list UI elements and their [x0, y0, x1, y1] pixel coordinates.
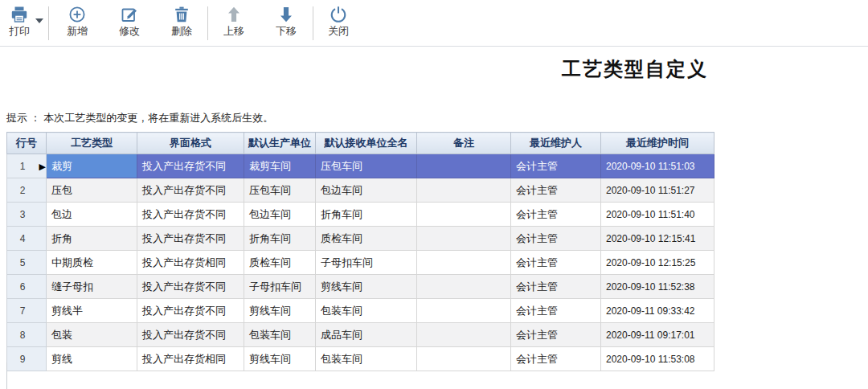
row-number-cell[interactable]: 1▶	[7, 154, 47, 178]
cell-maintainer[interactable]: 会计主管	[511, 275, 601, 299]
cell-default-prod-unit[interactable]: 裁剪车间	[244, 154, 316, 178]
cell-maintained-at[interactable]: 2020-09-10 11:52:38	[601, 275, 714, 299]
cell-maintained-at[interactable]: 2020-09-10 11:51:03	[601, 154, 714, 178]
column-header-remark[interactable]: 备注	[417, 133, 511, 154]
row-number-cell[interactable]: 2	[7, 178, 47, 203]
cell-process-type[interactable]: 剪线	[47, 347, 137, 371]
cell-ui-format[interactable]: 投入产出存货相同	[137, 347, 244, 371]
row-number-cell[interactable]: 9	[7, 347, 47, 371]
column-header-maintained-at[interactable]: 最近维护时间	[601, 133, 714, 154]
print-button[interactable]: 打印	[2, 3, 37, 43]
cell-ui-format[interactable]: 投入产出存货相同	[137, 251, 244, 275]
cell-process-type[interactable]: 折角	[47, 227, 137, 251]
cell-maintained-at[interactable]: 2020-09-10 12:15:41	[601, 227, 714, 251]
column-header-process-type[interactable]: 工艺类型	[47, 133, 137, 154]
cell-default-prod-unit[interactable]: 剪线车间	[244, 347, 316, 371]
column-header-ui-format[interactable]: 界面格式	[137, 133, 244, 154]
add-button[interactable]: 新增	[55, 3, 100, 43]
cell-default-prod-unit[interactable]: 剪线车间	[244, 299, 316, 323]
cell-maintained-at[interactable]: 2020-09-10 11:51:27	[601, 178, 714, 203]
print-dropdown-caret-icon[interactable]	[35, 18, 43, 23]
table-row[interactable]: 4折角投入产出存货不同折角车间质检车间会计主管2020-09-10 12:15:…	[7, 227, 714, 251]
cell-default-prod-unit[interactable]: 压包车间	[244, 178, 316, 203]
cell-default-prod-unit[interactable]: 包装车间	[244, 323, 316, 347]
column-header-maintainer[interactable]: 最近维护人	[511, 133, 601, 154]
cell-remark[interactable]	[417, 323, 511, 347]
toolbar-separator	[48, 6, 49, 40]
cell-ui-format[interactable]: 投入产出存货不同	[137, 323, 244, 347]
cell-maintained-at[interactable]: 2020-09-10 12:15:25	[601, 251, 714, 275]
table-row[interactable]: 8包装投入产出存货不同包装车间成品车间会计主管2020-09-11 09:17:…	[7, 323, 714, 347]
cell-default-recv-unit[interactable]: 子母扣车间	[316, 251, 417, 275]
cell-process-type[interactable]: 包边	[47, 203, 137, 227]
cell-maintained-at[interactable]: 2020-09-10 11:53:08	[601, 347, 714, 371]
arrow-down-icon	[276, 5, 296, 24]
cell-ui-format[interactable]: 投入产出存货不同	[137, 154, 244, 178]
cell-ui-format[interactable]: 投入产出存货不同	[137, 227, 244, 251]
cell-default-prod-unit[interactable]: 子母扣车间	[244, 275, 316, 299]
cell-default-recv-unit[interactable]: 包装车间	[316, 347, 417, 371]
cell-default-recv-unit[interactable]: 包边车间	[316, 178, 417, 203]
cell-maintainer[interactable]: 会计主管	[511, 323, 601, 347]
modify-button[interactable]: 修改	[107, 3, 152, 43]
table-row[interactable]: 2压包投入产出存货不同压包车间包边车间会计主管2020-09-10 11:51:…	[7, 178, 714, 203]
cell-default-recv-unit[interactable]: 质检车间	[316, 227, 417, 251]
cell-default-recv-unit[interactable]: 剪线车间	[316, 275, 417, 299]
cell-default-prod-unit[interactable]: 包边车间	[244, 203, 316, 227]
cell-ui-format[interactable]: 投入产出存货不同	[137, 178, 244, 203]
column-header-default-recv-unit[interactable]: 默认接收单位全名	[316, 133, 417, 154]
cell-ui-format[interactable]: 投入产出存货不同	[137, 299, 244, 323]
cell-maintainer[interactable]: 会计主管	[511, 347, 601, 371]
cell-ui-format[interactable]: 投入产出存货不同	[137, 275, 244, 299]
delete-button[interactable]: 删除	[159, 3, 204, 43]
close-button[interactable]: 关闭	[316, 3, 361, 43]
move-down-button[interactable]: 下移	[264, 3, 309, 43]
row-number-cell[interactable]: 3	[7, 203, 47, 227]
cell-remark[interactable]	[417, 203, 511, 227]
cell-maintainer[interactable]: 会计主管	[511, 227, 601, 251]
move-up-button[interactable]: 上移	[211, 3, 256, 43]
cell-default-recv-unit[interactable]: 包装车间	[316, 299, 417, 323]
row-number-cell[interactable]: 4	[7, 227, 47, 251]
row-number-cell[interactable]: 6	[7, 275, 47, 299]
cell-default-prod-unit[interactable]: 质检车间	[244, 251, 316, 275]
cell-remark[interactable]	[417, 227, 511, 251]
cell-remark[interactable]	[417, 347, 511, 371]
cell-maintainer[interactable]: 会计主管	[511, 251, 601, 275]
cell-process-type[interactable]: 裁剪	[47, 154, 137, 178]
table-row[interactable]: 3包边投入产出存货不同包边车间折角车间会计主管2020-09-10 11:51:…	[7, 203, 714, 227]
cell-maintainer[interactable]: 会计主管	[511, 299, 601, 323]
cell-process-type[interactable]: 剪线半	[47, 299, 137, 323]
cell-remark[interactable]	[417, 299, 511, 323]
cell-process-type[interactable]: 包装	[47, 323, 137, 347]
cell-default-recv-unit[interactable]: 成品车间	[316, 323, 417, 347]
table-row[interactable]: 5中期质检投入产出存货相同质检车间子母扣车间会计主管2020-09-10 12:…	[7, 251, 714, 275]
row-number-cell[interactable]: 7	[7, 299, 47, 323]
column-header-row-no[interactable]: 行号	[7, 133, 47, 154]
table-row[interactable]: 7剪线半投入产出存货不同剪线车间包装车间会计主管2020-09-11 09:33…	[7, 299, 714, 323]
cell-maintainer[interactable]: 会计主管	[511, 154, 601, 178]
cell-ui-format[interactable]: 投入产出存货不同	[137, 203, 244, 227]
row-number-cell[interactable]: 8	[7, 323, 47, 347]
cell-maintainer[interactable]: 会计主管	[511, 203, 601, 227]
cell-maintained-at[interactable]: 2020-09-11 09:17:01	[601, 323, 714, 347]
cell-maintained-at[interactable]: 2020-09-10 11:51:40	[601, 203, 714, 227]
cell-default-recv-unit[interactable]: 折角车间	[316, 203, 417, 227]
cell-process-type[interactable]: 缝子母扣	[47, 275, 137, 299]
table-row[interactable]: 1▶裁剪投入产出存货不同裁剪车间压包车间会计主管2020-09-10 11:51…	[7, 154, 714, 178]
cell-default-recv-unit[interactable]: 压包车间	[316, 154, 417, 178]
column-header-default-prod-unit[interactable]: 默认生产单位	[244, 133, 316, 154]
cell-default-prod-unit[interactable]: 折角车间	[244, 227, 316, 251]
cell-process-type[interactable]: 中期质检	[47, 251, 137, 275]
cell-remark[interactable]	[417, 251, 511, 275]
table-row[interactable]: 6缝子母扣投入产出存货不同子母扣车间剪线车间会计主管2020-09-10 11:…	[7, 275, 714, 299]
cell-remark[interactable]	[417, 275, 511, 299]
cell-remark[interactable]	[417, 178, 511, 203]
cell-maintainer[interactable]: 会计主管	[511, 178, 601, 203]
table-row[interactable]: 9剪线投入产出存货相同剪线车间包装车间会计主管2020-09-10 11:53:…	[7, 347, 714, 371]
row-number-cell[interactable]: 5	[7, 251, 47, 275]
current-row-marker: ▶	[39, 162, 46, 170]
cell-process-type[interactable]: 压包	[47, 178, 137, 203]
cell-remark[interactable]	[417, 154, 511, 178]
cell-maintained-at[interactable]: 2020-09-11 09:33:42	[601, 299, 714, 323]
